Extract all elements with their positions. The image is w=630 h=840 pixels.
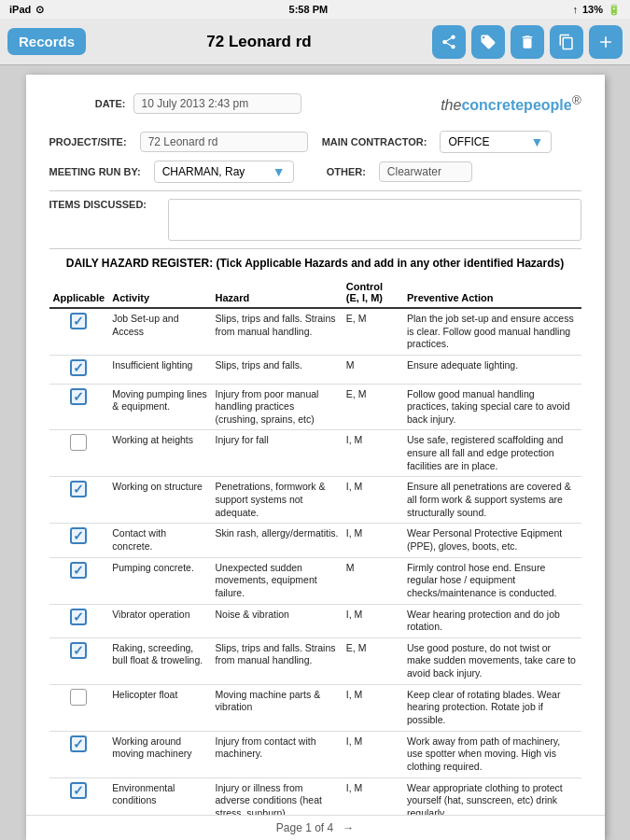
applicable-cell[interactable] — [49, 355, 109, 384]
meeting-row: MEETING RUN BY: CHARMAN, Ray ▼ OTHER: Cl… — [49, 161, 581, 183]
hazard-cell: Slips, trips and falls. Strains from man… — [212, 308, 343, 355]
main-content: DATE: 10 July 2013 2:43 pm theconcretepe… — [0, 65, 630, 840]
copy-icon — [558, 34, 575, 50]
applicable-cell[interactable] — [49, 604, 109, 637]
applicable-cell[interactable] — [49, 524, 109, 557]
project-label: PROJECT/SITE: — [49, 136, 134, 147]
checkbox-checked[interactable] — [70, 527, 87, 544]
items-discussed-box[interactable] — [168, 199, 581, 241]
activity-cell: Working on structure — [108, 477, 211, 524]
tag-icon — [480, 34, 497, 50]
activity-cell: Pumping concrete. — [108, 557, 211, 604]
logo: theconcretepeople® — [441, 93, 581, 114]
add-icon — [596, 33, 615, 51]
page-text: Page 1 of 4 — [276, 821, 333, 834]
battery-icon: 🔋 — [608, 4, 621, 16]
add-button[interactable] — [589, 25, 623, 59]
table-row: Working around moving machineryInjury fr… — [49, 731, 581, 777]
header-applicable: Applicable — [49, 277, 109, 308]
carrier-label: iPad — [9, 4, 31, 15]
date-label: DATE: — [49, 98, 133, 109]
applicable-cell[interactable] — [49, 684, 109, 731]
activity-cell: Job Set-up and Access — [108, 308, 211, 355]
header-control: Control(E, I, M) — [343, 277, 403, 308]
status-bar: iPad ⊙ 5:58 PM ↑ 13% 🔋 — [0, 0, 630, 19]
status-left: iPad ⊙ — [9, 4, 44, 16]
preventive-cell: Ensure all penetrations are covered & al… — [403, 477, 581, 524]
checkbox-checked[interactable] — [70, 609, 87, 625]
activity-cell: Insufficient lighting — [108, 355, 211, 384]
trash-button[interactable] — [511, 25, 544, 59]
divider1 — [49, 190, 581, 191]
meeting-value: CHARMAN, Ray — [162, 165, 245, 178]
control-cell: I, M — [343, 430, 403, 477]
next-arrow-icon[interactable]: → — [343, 821, 354, 834]
checkbox-checked[interactable] — [70, 642, 87, 659]
contractor-select[interactable]: OFFICE ▼ — [440, 131, 552, 153]
logo-trademark: ® — [572, 93, 581, 107]
applicable-cell[interactable] — [49, 477, 109, 524]
activity-cell: Working around moving machinery — [108, 731, 211, 777]
checkbox-checked[interactable] — [70, 782, 87, 799]
records-button[interactable]: Records — [7, 28, 86, 55]
share-button[interactable] — [432, 25, 466, 59]
logo-company: concretepeople — [461, 97, 571, 113]
checkbox-checked[interactable] — [70, 313, 87, 329]
contractor-dropdown-arrow: ▼ — [531, 134, 544, 149]
applicable-cell[interactable] — [49, 557, 109, 604]
control-cell: I, M — [343, 684, 403, 731]
meeting-group: MEETING RUN BY: CHARMAN, Ray ▼ — [49, 161, 294, 183]
checkbox-checked[interactable] — [70, 359, 87, 376]
header-activity: Activity — [108, 277, 211, 308]
table-row: Raking, screeding, bull float & trowelin… — [49, 637, 581, 684]
activity-cell: Moving pumping lines & equipment. — [108, 384, 211, 430]
hazard-cell: Slips, trips and falls. Strains from man… — [212, 637, 343, 684]
preventive-cell: Wear Personal Protective Eqipment (PPE),… — [403, 524, 581, 557]
applicable-cell[interactable] — [49, 384, 109, 430]
contractor-group: MAIN CONTRACTOR: OFFICE ▼ — [322, 131, 553, 153]
wifi-icon: ⊙ — [35, 4, 44, 16]
toolbar: Records 72 Leonard rd — [0, 19, 630, 65]
toolbar-left: Records — [7, 28, 86, 55]
checkbox-checked[interactable] — [70, 735, 87, 752]
activity-cell: Helicopter float — [108, 684, 211, 731]
checkbox-empty[interactable] — [70, 434, 87, 451]
copy-button[interactable] — [550, 25, 583, 59]
preventive-cell: Wear hearing protection and do job rotat… — [403, 604, 581, 637]
arrow-up-icon: ↑ — [572, 4, 578, 15]
page-footer: Page 1 of 4 → — [26, 815, 605, 840]
preventive-cell: Plan the job set-up and ensure access is… — [403, 308, 581, 355]
applicable-cell[interactable] — [49, 637, 109, 684]
table-row: Moving pumping lines & equipment.Injury … — [49, 384, 581, 430]
applicable-cell[interactable] — [49, 430, 109, 477]
table-row: Vibrator operationNoise & vibrationI, MW… — [49, 604, 581, 637]
applicable-cell[interactable] — [49, 731, 109, 777]
logo-text: theconcretepeople® — [441, 97, 581, 113]
meeting-select[interactable]: CHARMAN, Ray ▼ — [154, 161, 294, 183]
table-row: Pumping concrete.Unexpected sudden movem… — [49, 557, 581, 604]
preventive-cell: Keep clear of rotating blades. Wear hear… — [403, 684, 581, 731]
checkbox-checked[interactable] — [70, 562, 87, 579]
activity-cell: Raking, screeding, bull float & trowelin… — [108, 637, 211, 684]
table-row: Working on structurePenetrations, formwo… — [49, 477, 581, 524]
checkbox-checked[interactable] — [70, 481, 87, 497]
control-cell: I, M — [343, 477, 403, 524]
project-group: PROJECT/SITE: 72 Leonard rd — [49, 132, 308, 152]
contractor-value: OFFICE — [448, 135, 489, 148]
control-cell: I, M — [343, 731, 403, 777]
tag-button[interactable] — [471, 25, 505, 59]
applicable-cell[interactable] — [49, 308, 109, 355]
project-row: PROJECT/SITE: 72 Leonard rd MAIN CONTRAC… — [49, 131, 581, 153]
checkbox-checked[interactable] — [70, 388, 87, 405]
toolbar-title: 72 Leonard rd — [93, 33, 425, 51]
preventive-cell: Work away from path of machinery, use sp… — [403, 731, 581, 777]
hazard-cell: Slips, trips and falls. — [212, 355, 343, 384]
toolbar-right — [432, 25, 623, 59]
trash-icon — [519, 34, 536, 50]
other-group: OTHER: Clearwater — [327, 161, 472, 182]
control-cell: I, M — [343, 604, 403, 637]
activity-cell: Contact with concrete. — [108, 524, 211, 557]
checkbox-empty[interactable] — [70, 689, 87, 706]
hazard-title: DAILY HAZARD REGISTER: (Tick Applicable … — [49, 257, 581, 270]
table-row: Job Set-up and AccessSlips, trips and fa… — [49, 308, 581, 355]
